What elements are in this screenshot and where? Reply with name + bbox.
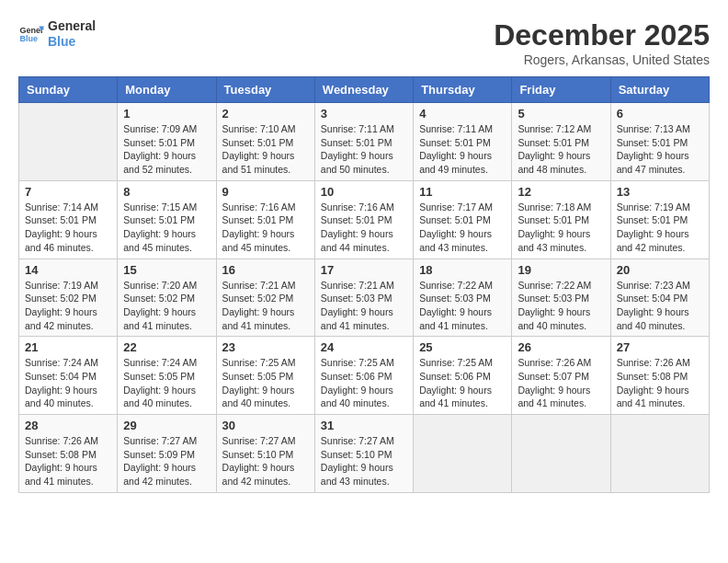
weekday-header: Friday — [512, 77, 610, 103]
day-number: 15 — [123, 263, 210, 277]
day-number: 17 — [321, 263, 407, 277]
calendar-day-cell: 29 Sunrise: 7:27 AMSunset: 5:09 PMDaylig… — [118, 415, 216, 493]
day-info: Sunrise: 7:16 AMSunset: 5:01 PMDaylight:… — [321, 201, 407, 255]
calendar-day-cell: 24 Sunrise: 7:25 AMSunset: 5:06 PMDaylig… — [314, 337, 413, 415]
page-header: General Blue General Blue December 2025 … — [18, 18, 710, 67]
calendar-week-row: 7 Sunrise: 7:14 AMSunset: 5:01 PMDayligh… — [19, 180, 710, 259]
svg-text:Blue: Blue — [19, 34, 38, 43]
calendar-day-cell: 18 Sunrise: 7:22 AMSunset: 5:03 PMDaylig… — [414, 259, 512, 337]
day-number: 11 — [419, 185, 506, 199]
day-number: 31 — [321, 419, 407, 432]
calendar-day-cell: 30 Sunrise: 7:27 AMSunset: 5:10 PMDaylig… — [216, 415, 314, 493]
day-number: 23 — [222, 340, 309, 354]
calendar-week-row: 1 Sunrise: 7:09 AMSunset: 5:01 PMDayligh… — [19, 103, 710, 181]
weekday-header: Saturday — [610, 77, 709, 103]
day-info: Sunrise: 7:22 AMSunset: 5:03 PMDaylight:… — [518, 279, 604, 333]
calendar-day-cell: 9 Sunrise: 7:16 AMSunset: 5:01 PMDayligh… — [216, 180, 314, 259]
day-info: Sunrise: 7:19 AMSunset: 5:02 PMDaylight:… — [25, 279, 111, 333]
day-info: Sunrise: 7:21 AMSunset: 5:02 PMDaylight:… — [222, 279, 309, 333]
calendar-day-cell: 20 Sunrise: 7:23 AMSunset: 5:04 PMDaylig… — [610, 259, 709, 337]
day-number: 22 — [123, 340, 210, 354]
day-info: Sunrise: 7:21 AMSunset: 5:03 PMDaylight:… — [321, 279, 407, 333]
day-number: 25 — [419, 340, 506, 354]
day-number: 30 — [222, 419, 309, 432]
day-info: Sunrise: 7:27 AMSunset: 5:10 PMDaylight:… — [321, 434, 407, 488]
day-info: Sunrise: 7:25 AMSunset: 5:06 PMDaylight:… — [321, 356, 407, 410]
calendar-day-cell: 14 Sunrise: 7:19 AMSunset: 5:02 PMDaylig… — [19, 259, 118, 337]
day-info: Sunrise: 7:27 AMSunset: 5:10 PMDaylight:… — [222, 434, 309, 488]
weekday-header: Thursday — [414, 77, 512, 103]
day-number: 26 — [518, 340, 604, 354]
day-info: Sunrise: 7:19 AMSunset: 5:01 PMDaylight:… — [617, 201, 703, 255]
calendar-day-cell: 26 Sunrise: 7:26 AMSunset: 5:07 PMDaylig… — [512, 337, 610, 415]
logo-icon: General Blue — [18, 21, 44, 47]
calendar-week-row: 21 Sunrise: 7:24 AMSunset: 5:04 PMDaylig… — [19, 337, 710, 415]
day-number: 27 — [617, 340, 703, 354]
calendar-day-cell: 27 Sunrise: 7:26 AMSunset: 5:08 PMDaylig… — [610, 337, 709, 415]
day-number: 13 — [617, 185, 703, 199]
day-number: 6 — [617, 107, 703, 121]
calendar-day-cell — [610, 415, 709, 493]
location-text: Rogers, Arkansas, United States — [494, 52, 710, 67]
logo-text-blue: Blue — [48, 34, 96, 50]
weekday-header: Wednesday — [314, 77, 413, 103]
day-info: Sunrise: 7:16 AMSunset: 5:01 PMDaylight:… — [222, 201, 309, 255]
day-number: 4 — [419, 107, 506, 121]
day-info: Sunrise: 7:27 AMSunset: 5:09 PMDaylight:… — [123, 434, 210, 488]
calendar-day-cell: 25 Sunrise: 7:25 AMSunset: 5:06 PMDaylig… — [414, 337, 512, 415]
calendar-day-cell: 7 Sunrise: 7:14 AMSunset: 5:01 PMDayligh… — [19, 180, 118, 259]
day-info: Sunrise: 7:15 AMSunset: 5:01 PMDaylight:… — [123, 201, 210, 255]
calendar-table: SundayMondayTuesdayWednesdayThursdayFrid… — [18, 76, 710, 493]
calendar-day-cell: 4 Sunrise: 7:11 AMSunset: 5:01 PMDayligh… — [414, 103, 512, 181]
day-number: 14 — [25, 263, 111, 277]
day-info: Sunrise: 7:18 AMSunset: 5:01 PMDaylight:… — [518, 201, 604, 255]
calendar-day-cell: 22 Sunrise: 7:24 AMSunset: 5:05 PMDaylig… — [118, 337, 216, 415]
calendar-week-row: 28 Sunrise: 7:26 AMSunset: 5:08 PMDaylig… — [19, 415, 710, 493]
day-number: 24 — [321, 340, 407, 354]
day-number: 7 — [25, 185, 111, 199]
calendar-day-cell: 2 Sunrise: 7:10 AMSunset: 5:01 PMDayligh… — [216, 103, 314, 181]
day-info: Sunrise: 7:25 AMSunset: 5:06 PMDaylight:… — [419, 356, 506, 410]
calendar-day-cell: 31 Sunrise: 7:27 AMSunset: 5:10 PMDaylig… — [314, 415, 413, 493]
calendar-day-cell: 28 Sunrise: 7:26 AMSunset: 5:08 PMDaylig… — [19, 415, 118, 493]
day-number: 29 — [123, 419, 210, 432]
calendar-day-cell — [512, 415, 610, 493]
calendar-day-cell: 10 Sunrise: 7:16 AMSunset: 5:01 PMDaylig… — [314, 180, 413, 259]
weekday-header: Monday — [118, 77, 216, 103]
day-number: 2 — [222, 107, 309, 121]
calendar-day-cell: 17 Sunrise: 7:21 AMSunset: 5:03 PMDaylig… — [314, 259, 413, 337]
logo: General Blue General Blue — [18, 18, 96, 50]
day-info: Sunrise: 7:24 AMSunset: 5:05 PMDaylight:… — [123, 356, 210, 410]
day-info: Sunrise: 7:10 AMSunset: 5:01 PMDaylight:… — [222, 122, 309, 177]
day-info: Sunrise: 7:26 AMSunset: 5:08 PMDaylight:… — [25, 434, 111, 488]
calendar-day-cell — [414, 415, 512, 493]
day-info: Sunrise: 7:11 AMSunset: 5:01 PMDaylight:… — [321, 122, 407, 177]
day-info: Sunrise: 7:25 AMSunset: 5:05 PMDaylight:… — [222, 356, 309, 410]
day-info: Sunrise: 7:26 AMSunset: 5:07 PMDaylight:… — [518, 356, 604, 410]
calendar-day-cell: 13 Sunrise: 7:19 AMSunset: 5:01 PMDaylig… — [610, 180, 709, 259]
day-info: Sunrise: 7:11 AMSunset: 5:01 PMDaylight:… — [419, 122, 506, 177]
month-title: December 2025 — [494, 18, 710, 52]
calendar-day-cell: 3 Sunrise: 7:11 AMSunset: 5:01 PMDayligh… — [314, 103, 413, 181]
day-info: Sunrise: 7:12 AMSunset: 5:01 PMDaylight:… — [518, 122, 604, 177]
day-number: 9 — [222, 185, 309, 199]
day-info: Sunrise: 7:24 AMSunset: 5:04 PMDaylight:… — [25, 356, 111, 410]
calendar-day-cell: 11 Sunrise: 7:17 AMSunset: 5:01 PMDaylig… — [414, 180, 512, 259]
calendar-day-cell: 6 Sunrise: 7:13 AMSunset: 5:01 PMDayligh… — [610, 103, 709, 181]
calendar-day-cell: 15 Sunrise: 7:20 AMSunset: 5:02 PMDaylig… — [118, 259, 216, 337]
day-number: 18 — [419, 263, 506, 277]
day-number: 5 — [518, 107, 604, 121]
day-number: 19 — [518, 263, 604, 277]
calendar-day-cell: 12 Sunrise: 7:18 AMSunset: 5:01 PMDaylig… — [512, 180, 610, 259]
calendar-day-cell: 8 Sunrise: 7:15 AMSunset: 5:01 PMDayligh… — [118, 180, 216, 259]
day-info: Sunrise: 7:20 AMSunset: 5:02 PMDaylight:… — [123, 279, 210, 333]
day-info: Sunrise: 7:14 AMSunset: 5:01 PMDaylight:… — [25, 201, 111, 255]
day-number: 20 — [617, 263, 703, 277]
calendar-day-cell: 5 Sunrise: 7:12 AMSunset: 5:01 PMDayligh… — [512, 103, 610, 181]
weekday-header: Sunday — [19, 77, 118, 103]
calendar-day-cell: 19 Sunrise: 7:22 AMSunset: 5:03 PMDaylig… — [512, 259, 610, 337]
calendar-day-cell: 1 Sunrise: 7:09 AMSunset: 5:01 PMDayligh… — [118, 103, 216, 181]
calendar-header-row: SundayMondayTuesdayWednesdayThursdayFrid… — [19, 77, 710, 103]
day-number: 1 — [123, 107, 210, 121]
title-area: December 2025 Rogers, Arkansas, United S… — [494, 18, 710, 67]
